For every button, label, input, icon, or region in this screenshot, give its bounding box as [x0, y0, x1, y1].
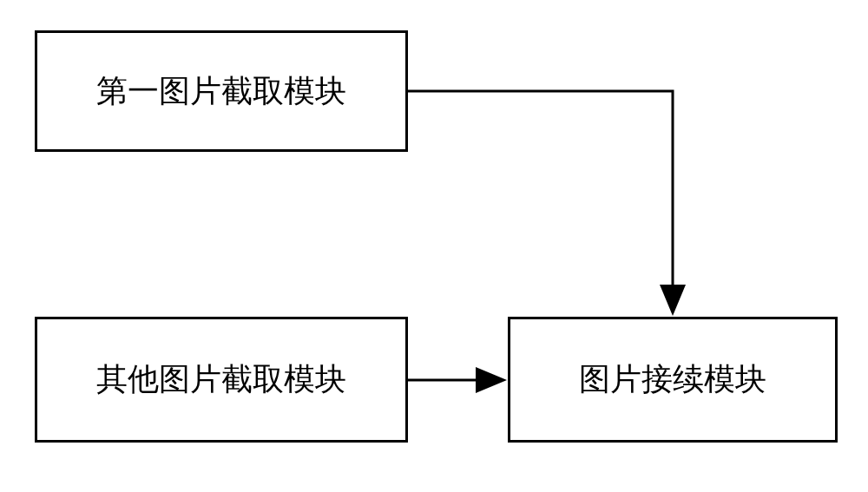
block-image-splice-label: 图片接续模块 [579, 358, 766, 401]
block-other-image-capture-label: 其他图片截取模块 [96, 358, 346, 401]
block-image-splice: 图片接续模块 [508, 317, 838, 443]
arrow-box1-to-box3 [408, 91, 673, 311]
block-first-image-capture-label: 第一图片截取模块 [96, 70, 346, 113]
block-other-image-capture: 其他图片截取模块 [35, 317, 408, 443]
block-first-image-capture: 第一图片截取模块 [35, 30, 408, 152]
